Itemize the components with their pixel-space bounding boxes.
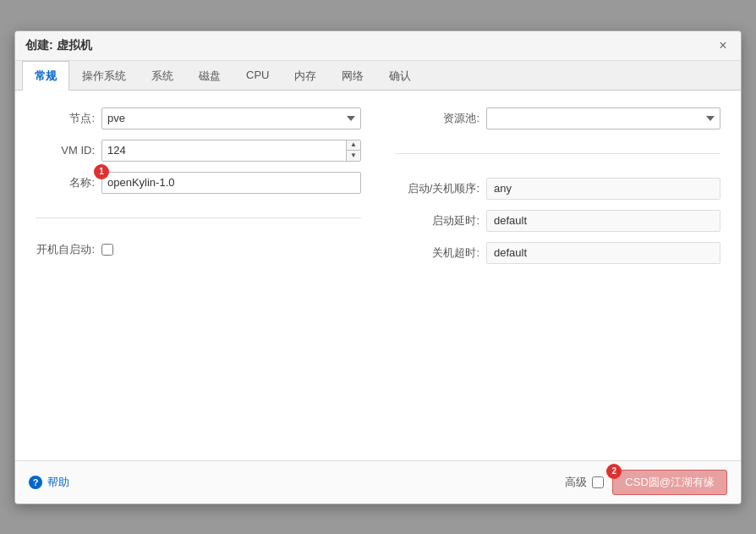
tab-system[interactable]: 系统 [139,61,186,91]
resource-pool-label: 资源池: [395,111,479,126]
divider [36,217,361,218]
advanced-row: 高级 [565,475,604,490]
tab-confirm[interactable]: 确认 [376,61,424,91]
advanced-checkbox[interactable] [592,476,604,488]
name-input[interactable] [101,172,361,194]
shutdown-timeout-label: 关机超时: [395,245,479,261]
node-row: 节点: pve [36,107,361,129]
boot-order-label: 启动/关机顺序: [395,181,479,196]
resource-pool-control [486,107,720,129]
shutdown-timeout-value: default [486,242,720,264]
tab-memory[interactable]: 内存 [282,61,329,91]
autostart-row: 开机自启动: [36,242,361,257]
name-label: 名称: [36,175,95,190]
start-delay-label: 启动延时: [395,213,479,228]
tab-cpu[interactable]: CPU [233,61,282,91]
footer-right: 高级 2 CSD圆@江湖有缘 [565,470,727,495]
help-button[interactable]: 帮助 [47,475,69,490]
tab-network[interactable]: 网络 [329,61,376,91]
name-wrapper: 1 [101,172,361,194]
create-vm-dialog: 创建: 虚拟机 × 常规 操作系统 系统 磁盘 CPU 内存 网络 确认 节点:… [14,30,742,504]
form-left-section: 节点: pve VM ID: ▲ [36,107,361,264]
node-label: 节点: [36,111,95,126]
vmid-row: VM ID: ▲ ▼ [36,140,361,162]
start-delay-control: default [486,210,720,232]
node-select[interactable]: pve [101,107,361,129]
boot-order-control: any [486,178,720,200]
vmid-input[interactable] [102,140,346,161]
form-grid: 节点: pve VM ID: ▲ [36,107,720,264]
right-divider [395,153,720,154]
vmid-spinner: ▲ ▼ [101,140,361,162]
next-button[interactable]: 2 CSD圆@江湖有缘 [612,470,727,495]
button-badge-2: 2 [606,464,622,479]
tab-bar: 常规 操作系统 系统 磁盘 CPU 内存 网络 确认 [15,61,741,91]
name-row: 名称: 1 [36,172,361,194]
help-icon: ? [29,476,42,489]
field-badge-1: 1 [94,164,109,179]
start-delay-row: 启动延时: default [395,210,720,232]
tab-os[interactable]: 操作系统 [69,61,139,91]
dialog-titlebar: 创建: 虚拟机 × [15,31,741,61]
shutdown-timeout-control: default [486,242,720,264]
footer-left: ? 帮助 [29,475,69,490]
autostart-label: 开机自启动: [36,242,95,257]
autostart-control [101,244,361,256]
vmid-up-btn[interactable]: ▲ [347,140,360,151]
autostart-checkbox[interactable] [101,244,113,256]
dialog-title: 创建: 虚拟机 [25,38,92,53]
vmid-down-btn[interactable]: ▼ [347,151,360,162]
close-button[interactable]: × [715,38,731,53]
next-label: CSD圆@江湖有缘 [625,476,715,488]
tab-general[interactable]: 常规 [22,61,69,91]
resource-pool-row: 资源池: [395,107,720,129]
vmid-spinner-btns: ▲ ▼ [346,140,360,162]
advanced-label: 高级 [565,475,587,490]
resource-pool-select[interactable] [486,107,720,129]
vmid-control: ▲ ▼ [101,140,361,162]
boot-order-value: any [486,178,720,200]
node-control: pve [101,107,361,129]
shutdown-timeout-row: 关机超时: default [395,242,720,264]
dialog-footer: ? 帮助 高级 2 CSD圆@江湖有缘 [15,460,741,504]
form-right-section: 资源池: 启动/关机顺序: any [395,107,720,264]
boot-order-row: 启动/关机顺序: any [395,178,720,200]
tab-disk[interactable]: 磁盘 [186,61,233,91]
dialog-body: 节点: pve VM ID: ▲ [15,91,741,460]
start-delay-value: default [486,210,720,232]
vmid-label: VM ID: [36,144,95,157]
